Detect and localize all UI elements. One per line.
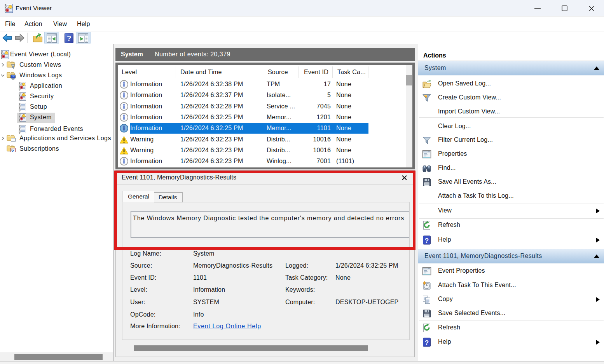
svg-text:?: ?: [67, 34, 72, 42]
